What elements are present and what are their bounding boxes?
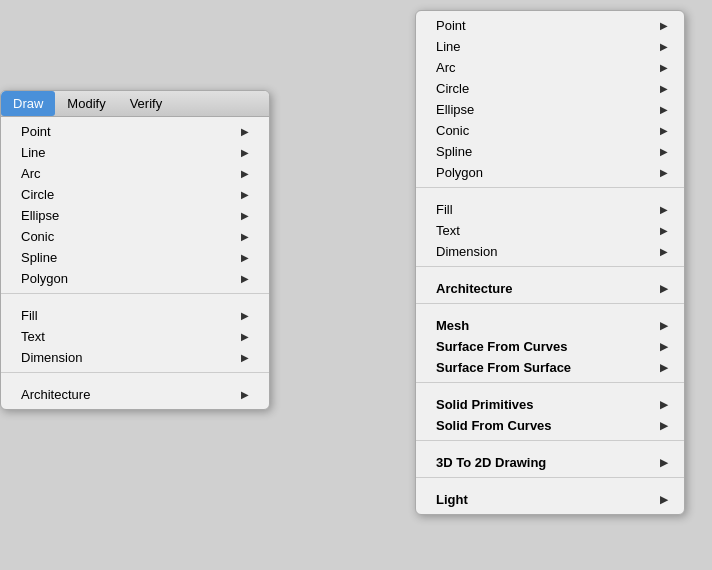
right-menu-item-dimension[interactable]: Dimension ▶ [416,241,684,262]
right-separator-5 [416,440,684,448]
left-menu-item-conic-arrow: ▶ [241,231,249,242]
right-separator-6 [416,477,684,485]
right-menu-item-solid-from-curves-label: Solid From Curves [436,418,552,433]
right-menu-item-spline[interactable]: Spline ▶ [416,141,684,162]
right-menu-item-conic[interactable]: Conic ▶ [416,120,684,141]
right-menu-item-surface-from-curves[interactable]: Surface From Curves ▶ [416,336,684,357]
left-menu-item-polygon-arrow: ▶ [241,273,249,284]
right-menu-item-ellipse-label: Ellipse [436,102,474,117]
left-menu-item-line-label: Line [21,145,46,160]
left-menu-item-line-arrow: ▶ [241,147,249,158]
left-menu-item-architecture-arrow: ▶ [241,389,249,400]
left-menu-item-architecture-label: Architecture [21,387,90,402]
left-menu-item-text[interactable]: Text ▶ [1,326,269,347]
right-menu-item-text-label: Text [436,223,460,238]
right-menu-item-3d-to-2d-arrow: ▶ [660,457,668,468]
right-menu-item-ellipse-arrow: ▶ [660,104,668,115]
right-menu-panel: Point ▶ Line ▶ Arc ▶ Circle ▶ Ellipse ▶ … [415,10,685,515]
left-menu-item-fill-arrow: ▶ [241,310,249,321]
left-menu-item-point[interactable]: Point ▶ [1,121,269,142]
right-menu-item-arc-arrow: ▶ [660,62,668,73]
right-menu-item-polygon[interactable]: Polygon ▶ [416,162,684,183]
right-separator-4 [416,382,684,390]
right-menu-item-3d-to-2d-label: 3D To 2D Drawing [436,455,546,470]
right-menu-item-dimension-arrow: ▶ [660,246,668,257]
right-menu-item-3d-to-2d[interactable]: 3D To 2D Drawing ▶ [416,452,684,473]
right-menu-item-conic-label: Conic [436,123,469,138]
left-menu-item-spline-label: Spline [21,250,57,265]
right-menu-item-light[interactable]: Light ▶ [416,489,684,510]
left-menu-item-fill-label: Fill [21,308,38,323]
left-menu-item-point-arrow: ▶ [241,126,249,137]
right-menu-item-polygon-arrow: ▶ [660,167,668,178]
right-menu-item-solid-primitives-label: Solid Primitives [436,397,534,412]
right-menu-item-spline-arrow: ▶ [660,146,668,157]
left-menu-item-line[interactable]: Line ▶ [1,142,269,163]
left-menu-items: Point ▶ Line ▶ Arc ▶ Circle ▶ Ellipse ▶ … [1,117,269,409]
right-separator-2 [416,266,684,274]
left-menu-item-polygon-label: Polygon [21,271,68,286]
right-separator-1 [416,187,684,195]
left-menu-item-point-label: Point [21,124,51,139]
left-menu-item-conic[interactable]: Conic ▶ [1,226,269,247]
right-menu-item-point[interactable]: Point ▶ [416,15,684,36]
right-menu-item-fill-label: Fill [436,202,453,217]
left-menu-item-text-arrow: ▶ [241,331,249,342]
right-menu-item-line[interactable]: Line ▶ [416,36,684,57]
left-menu-item-dimension[interactable]: Dimension ▶ [1,347,269,368]
right-menu-item-mesh-label: Mesh [436,318,469,333]
left-menu-item-polygon[interactable]: Polygon ▶ [1,268,269,289]
left-menu-item-architecture[interactable]: Architecture ▶ [1,384,269,405]
left-menu-item-ellipse[interactable]: Ellipse ▶ [1,205,269,226]
right-menu-item-arc-label: Arc [436,60,456,75]
left-menu-item-text-label: Text [21,329,45,344]
right-menu-item-line-label: Line [436,39,461,54]
left-menu-item-ellipse-label: Ellipse [21,208,59,223]
left-menu-item-fill[interactable]: Fill ▶ [1,305,269,326]
left-menu-item-spline[interactable]: Spline ▶ [1,247,269,268]
right-menu-item-text[interactable]: Text ▶ [416,220,684,241]
right-menu-items: Point ▶ Line ▶ Arc ▶ Circle ▶ Ellipse ▶ … [416,11,684,514]
left-menu-item-arc[interactable]: Arc ▶ [1,163,269,184]
right-menu-item-solid-primitives[interactable]: Solid Primitives ▶ [416,394,684,415]
right-menu-item-fill[interactable]: Fill ▶ [416,199,684,220]
menu-bar-verify[interactable]: Verify [118,91,175,116]
left-menu-item-dimension-arrow: ▶ [241,352,249,363]
right-menu-item-surface-from-surface-arrow: ▶ [660,362,668,373]
left-menu-item-arc-arrow: ▶ [241,168,249,179]
left-menu-item-circle[interactable]: Circle ▶ [1,184,269,205]
right-menu-item-conic-arrow: ▶ [660,125,668,136]
left-menu-item-arc-label: Arc [21,166,41,181]
right-menu-item-fill-arrow: ▶ [660,204,668,215]
right-menu-item-architecture-arrow: ▶ [660,283,668,294]
left-separator-1 [1,293,269,301]
right-menu-item-surface-from-curves-label: Surface From Curves [436,339,568,354]
right-menu-item-circle[interactable]: Circle ▶ [416,78,684,99]
left-menu-item-conic-label: Conic [21,229,54,244]
right-menu-item-surface-from-surface-label: Surface From Surface [436,360,571,375]
right-menu-item-polygon-label: Polygon [436,165,483,180]
left-menu-item-circle-label: Circle [21,187,54,202]
left-menu-item-circle-arrow: ▶ [241,189,249,200]
right-menu-item-architecture-label: Architecture [436,281,513,296]
right-menu-item-light-arrow: ▶ [660,494,668,505]
right-menu-item-arc[interactable]: Arc ▶ [416,57,684,78]
left-separator-2 [1,372,269,380]
right-menu-item-solid-from-curves[interactable]: Solid From Curves ▶ [416,415,684,436]
right-menu-item-mesh[interactable]: Mesh ▶ [416,315,684,336]
right-separator-3 [416,303,684,311]
menu-bar-modify[interactable]: Modify [55,91,117,116]
right-menu-item-mesh-arrow: ▶ [660,320,668,331]
right-menu-item-architecture[interactable]: Architecture ▶ [416,278,684,299]
right-menu-item-ellipse[interactable]: Ellipse ▶ [416,99,684,120]
menu-bar-draw[interactable]: Draw [1,91,55,116]
right-menu-item-surface-from-curves-arrow: ▶ [660,341,668,352]
left-menu-item-dimension-label: Dimension [21,350,82,365]
right-menu-item-surface-from-surface[interactable]: Surface From Surface ▶ [416,357,684,378]
right-menu-item-solid-primitives-arrow: ▶ [660,399,668,410]
menu-bar: Draw Modify Verify [1,91,269,117]
left-menu-panel: Draw Modify Verify Point ▶ Line ▶ Arc ▶ … [0,90,270,410]
right-menu-item-dimension-label: Dimension [436,244,497,259]
right-menu-item-point-arrow: ▶ [660,20,668,31]
right-menu-item-text-arrow: ▶ [660,225,668,236]
